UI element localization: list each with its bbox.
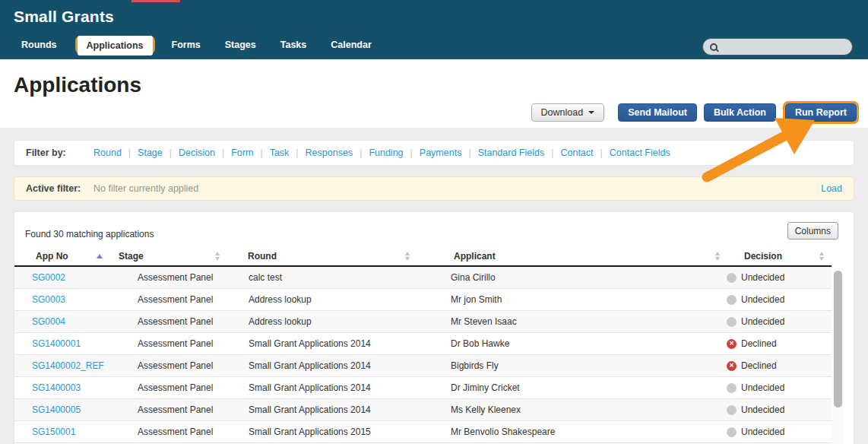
- table-row[interactable]: SG150001 Assessment Panel Small Grant Ap…: [14, 421, 832, 443]
- nav-tab-tasks[interactable]: Tasks: [273, 35, 315, 55]
- column-header-stage[interactable]: Stage: [113, 246, 233, 265]
- separator: |: [169, 147, 172, 158]
- columns-button[interactable]: Columns: [787, 222, 838, 239]
- decision-label: Undecided: [741, 427, 784, 437]
- applicant-cell: Gina Cirillo: [437, 267, 723, 288]
- column-header-decision[interactable]: Decision: [723, 246, 832, 265]
- sort-ascending-icon: [97, 254, 103, 258]
- application-link[interactable]: SG1400002_REF: [32, 360, 104, 371]
- table-header-row: App No Stage Round Applicant Decision: [14, 246, 832, 267]
- application-link[interactable]: SG0003: [32, 294, 65, 305]
- results-summary: Found 30 matching applications: [25, 229, 154, 239]
- decision-cell: ✕ Declined: [723, 333, 832, 354]
- sort-icon: [215, 252, 220, 261]
- application-link[interactable]: SG0004: [32, 316, 65, 327]
- column-header-round[interactable]: Round: [233, 246, 437, 265]
- content-area: Filter by: Round|Stage|Decision|Form|Tas…: [0, 128, 868, 444]
- stage-cell: Assessment Panel: [113, 421, 233, 442]
- round-cell: Address lookup: [233, 311, 437, 332]
- sort-icon: [405, 252, 410, 261]
- search-icon: [710, 43, 718, 51]
- page-head: Applications Download Send Mailout Bulk …: [0, 59, 868, 128]
- filter-link-task[interactable]: Task: [270, 147, 290, 158]
- separator: |: [260, 147, 262, 158]
- sort-icon: [819, 252, 824, 261]
- declined-icon: ✕: [727, 339, 737, 349]
- round-cell: calc test: [233, 267, 437, 288]
- application-link[interactable]: SG0002: [32, 272, 65, 283]
- filter-link-standard-fields[interactable]: Standard Fields: [478, 147, 545, 158]
- round-cell: Small Grant Applications 2014: [233, 333, 437, 354]
- download-button[interactable]: Download: [531, 103, 605, 122]
- active-filter-panel: Active filter: No filter currently appli…: [14, 176, 854, 201]
- filter-link-round[interactable]: Round: [93, 147, 122, 158]
- bulk-action-button[interactable]: Bulk Action: [704, 103, 776, 122]
- run-report-button[interactable]: Run Report: [785, 103, 857, 122]
- global-search[interactable]: [702, 38, 853, 56]
- filter-links: Round|Stage|Decision|Form|Task|Responses…: [93, 147, 670, 158]
- round-cell: Small Grant Applications 2014: [233, 399, 437, 420]
- round-cell: Small Grant Applications 2015: [233, 421, 437, 442]
- table-body: SG0002 Assessment Panel calc test Gina C…: [14, 267, 832, 443]
- filter-link-contact-fields[interactable]: Contact Fields: [610, 147, 670, 158]
- chevron-down-icon: [588, 111, 594, 114]
- decision-cell: Undecided: [723, 377, 832, 398]
- filter-link-payments[interactable]: Payments: [420, 147, 462, 158]
- filter-link-funding[interactable]: Funding: [369, 147, 403, 158]
- decision-label: Declined: [741, 360, 777, 371]
- nav-tab-calendar[interactable]: Calendar: [323, 35, 379, 55]
- applicant-cell: Mr Benvolio Shakespeare: [437, 421, 723, 442]
- send-mailout-button[interactable]: Send Mailout: [618, 103, 697, 122]
- separator: |: [222, 147, 224, 158]
- filter-link-decision[interactable]: Decision: [179, 147, 215, 158]
- decision-cell: Undecided: [723, 267, 832, 288]
- table-row[interactable]: SG1400003 Assessment Panel Small Grant A…: [14, 377, 832, 399]
- decision-cell: Undecided: [723, 421, 832, 442]
- table-scrollbar-thumb[interactable]: [834, 271, 842, 408]
- filter-link-responses[interactable]: Responses: [306, 147, 353, 158]
- table-row[interactable]: SG0003 Assessment Panel Address lookup M…: [14, 289, 832, 311]
- filter-link-contact[interactable]: Contact: [560, 147, 593, 158]
- stage-cell: Assessment Panel: [113, 267, 233, 288]
- separator: |: [600, 147, 603, 158]
- applications-table-panel: Found 30 matching applications Columns A…: [14, 211, 854, 444]
- table-row[interactable]: SG1400001 Assessment Panel Small Grant A…: [14, 333, 832, 355]
- filter-link-stage[interactable]: Stage: [138, 147, 163, 158]
- round-cell: Small Grant Applications 2014: [233, 355, 437, 376]
- annotation-red-bar: [131, 0, 180, 2]
- column-header-applicant[interactable]: Applicant: [437, 246, 723, 265]
- application-link[interactable]: SG1400001: [32, 338, 81, 349]
- separator: |: [128, 147, 131, 158]
- application-link[interactable]: SG1400005: [32, 404, 81, 415]
- active-filter-label: Active filter:: [14, 183, 93, 194]
- table-row[interactable]: SG0004 Assessment Panel Address lookup M…: [14, 311, 832, 333]
- stage-cell: Assessment Panel: [113, 355, 233, 376]
- load-filter-link[interactable]: Load: [821, 183, 842, 194]
- filter-link-form[interactable]: Form: [231, 147, 253, 158]
- search-input[interactable]: [722, 42, 844, 52]
- stage-cell: Assessment Panel: [113, 377, 233, 398]
- applicant-cell: Ms Kelly Kleenex: [437, 399, 723, 420]
- nav-tab-forms[interactable]: Forms: [164, 35, 208, 55]
- applicant-cell: Mr Steven Isaac: [437, 311, 723, 332]
- table-row[interactable]: SG1400005 Assessment Panel Small Grant A…: [14, 399, 832, 421]
- table-row[interactable]: SG0002 Assessment Panel calc test Gina C…: [14, 267, 832, 289]
- applicant-cell: Dr Bob Hawke: [437, 333, 723, 354]
- declined-icon: ✕: [727, 361, 737, 371]
- undecided-icon: [727, 317, 737, 327]
- separator: |: [360, 147, 362, 158]
- decision-cell: Undecided: [723, 399, 832, 420]
- nav-tab-stages[interactable]: Stages: [217, 35, 264, 55]
- table-row[interactable]: SG1400002_REF Assessment Panel Small Gra…: [14, 355, 832, 377]
- active-filter-value: No filter currently applied: [93, 183, 198, 194]
- application-link[interactable]: SG150001: [32, 427, 75, 437]
- nav-tab-applications[interactable]: Applications: [78, 36, 153, 56]
- decision-label: Undecided: [741, 382, 784, 393]
- applicant-cell: Dr Jiminy Cricket: [437, 377, 723, 398]
- nav-tab-rounds[interactable]: Rounds: [14, 35, 65, 55]
- application-link[interactable]: SG1400003: [32, 382, 81, 393]
- filter-by-panel: Filter by: Round|Stage|Decision|Form|Tas…: [14, 140, 854, 166]
- stage-cell: Assessment Panel: [113, 399, 233, 420]
- separator: |: [551, 147, 553, 158]
- column-header-app-no[interactable]: App No: [14, 246, 113, 265]
